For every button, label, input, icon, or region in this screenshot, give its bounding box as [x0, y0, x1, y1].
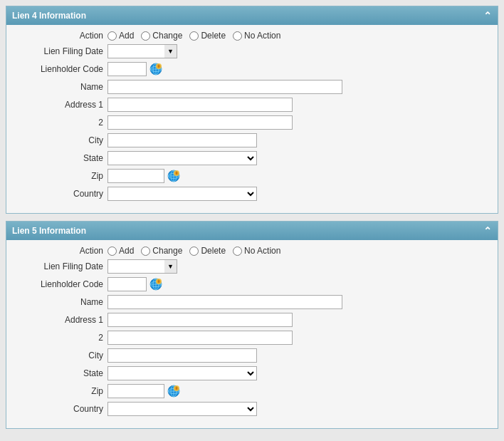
lien5-section: Lien 5 Information ⌃ Action Add Change D… [6, 221, 498, 429]
lien5-radio-noaction-input[interactable] [233, 247, 242, 256]
lien4-address2-label: 2 [15, 118, 107, 128]
lien5-radio-change-label: Change [152, 246, 182, 256]
lien4-radio-noaction-input[interactable] [233, 31, 242, 41]
lien5-action-label: Action [15, 246, 107, 256]
lien4-radio-group: Add Change Delete No Action [107, 31, 280, 41]
lien5-zip-input[interactable] [107, 384, 164, 398]
lien4-filing-date-btn[interactable]: ▼ [164, 44, 177, 58]
lien5-filing-date-input[interactable] [107, 259, 164, 274]
lien5-header: Lien 5 Information ⌃ [6, 222, 498, 240]
lien4-address2-input[interactable] [107, 115, 293, 130]
lien5-radio-add-input[interactable] [107, 247, 117, 256]
lien4-state-select[interactable] [107, 151, 257, 165]
lien4-country-label: Country [15, 189, 107, 199]
lien5-globe-icon[interactable] [149, 278, 162, 291]
lien4-radio-delete-label: Delete [201, 31, 226, 41]
lien5-collapse-icon[interactable]: ⌃ [483, 225, 492, 237]
lien5-zip-globe-icon[interactable] [167, 385, 180, 398]
lien5-name-input[interactable] [107, 295, 342, 309]
lien5-lienholder-code-row: Lienholder Code [15, 277, 489, 291]
lien5-address2-row: 2 [15, 331, 489, 345]
lien4-city-label: City [15, 135, 107, 145]
lien5-zip-row: Zip [15, 384, 489, 398]
lien4-zip-input[interactable] [107, 169, 164, 183]
lien4-country-row: Country [15, 187, 489, 201]
lien4-zip-row: Zip [15, 169, 489, 183]
lien5-state-select[interactable] [107, 366, 257, 380]
lien5-city-row: City [15, 348, 489, 363]
lien4-radio-add-input[interactable] [107, 31, 117, 41]
lien4-title: Lien 4 Information [12, 11, 86, 21]
lien5-body: Action Add Change Delete No Action [6, 240, 498, 428]
lien4-header: Lien 4 Information ⌃ [6, 6, 498, 25]
lien4-radio-delete[interactable]: Delete [189, 31, 226, 41]
lien5-city-input[interactable] [107, 348, 257, 363]
lien5-country-label: Country [15, 404, 107, 414]
lien4-body: Action Add Change Delete No Action [6, 25, 498, 213]
lien5-address2-label: 2 [15, 333, 107, 343]
lien5-lienholder-code-label: Lienholder Code [15, 279, 107, 289]
lien5-radio-change[interactable]: Change [141, 246, 182, 256]
lien4-filing-date-label: Lien Filing Date [15, 46, 107, 56]
lien4-lienholder-code-input[interactable] [107, 62, 147, 76]
lien4-action-label: Action [15, 31, 107, 41]
lien4-filing-date-row: Lien Filing Date ▼ [15, 44, 489, 58]
lien4-lienholder-code-row: Lienholder Code [15, 62, 489, 76]
lien4-radio-change[interactable]: Change [141, 31, 182, 41]
lien5-radio-noaction-label: No Action [244, 246, 280, 256]
lien5-zip-label: Zip [15, 386, 107, 396]
lien4-city-input[interactable] [107, 133, 257, 147]
lien5-country-row: Country [15, 402, 489, 416]
lien5-radio-noaction[interactable]: No Action [233, 246, 280, 256]
lien4-address1-input[interactable] [107, 98, 293, 112]
lien5-filing-date-row: Lien Filing Date ▼ [15, 259, 489, 274]
lien5-name-label: Name [15, 297, 107, 307]
lien5-filing-date-btn[interactable]: ▼ [164, 259, 177, 274]
lien4-radio-add[interactable]: Add [107, 31, 134, 41]
lien5-address1-input[interactable] [107, 313, 293, 327]
lien4-radio-noaction-label: No Action [244, 31, 280, 41]
lien4-country-select[interactable] [107, 187, 257, 201]
lien4-address1-row: Address 1 [15, 98, 489, 112]
lien5-address1-label: Address 1 [15, 315, 107, 325]
lien5-address2-input[interactable] [107, 331, 293, 345]
lien4-globe-icon[interactable] [149, 63, 162, 76]
lien4-radio-change-label: Change [152, 31, 182, 41]
lien5-country-select[interactable] [107, 402, 257, 416]
lien4-radio-noaction[interactable]: No Action [233, 31, 280, 41]
lien5-radio-delete-input[interactable] [189, 247, 199, 256]
lien4-name-row: Name [15, 80, 489, 94]
lien4-state-label: State [15, 153, 107, 163]
lien5-address1-row: Address 1 [15, 313, 489, 327]
lien5-radio-delete[interactable]: Delete [189, 246, 226, 256]
lien5-title: Lien 5 Information [12, 226, 86, 236]
lien4-action-row: Action Add Change Delete No Action [15, 31, 489, 41]
lien4-radio-add-label: Add [119, 31, 134, 41]
lien4-name-input[interactable] [107, 80, 342, 94]
lien5-radio-add[interactable]: Add [107, 246, 134, 256]
lien5-city-label: City [15, 351, 107, 360]
lien4-filing-date-input[interactable] [107, 44, 164, 58]
lien4-address1-label: Address 1 [15, 100, 107, 110]
lien5-radio-change-input[interactable] [141, 247, 150, 256]
lien5-radio-delete-label: Delete [201, 246, 226, 256]
lien4-section: Lien 4 Information ⌃ Action Add Change D… [6, 6, 498, 214]
lien4-lienholder-code-label: Lienholder Code [15, 64, 107, 74]
lien5-lienholder-code-input[interactable] [107, 277, 147, 291]
lien4-filing-date-wrapper: ▼ [107, 44, 177, 58]
lien5-radio-group: Add Change Delete No Action [107, 246, 280, 256]
lien5-action-row: Action Add Change Delete No Action [15, 246, 489, 256]
lien5-name-row: Name [15, 295, 489, 309]
lien5-state-row: State [15, 366, 489, 380]
lien4-radio-delete-input[interactable] [189, 31, 199, 41]
lien4-address2-row: 2 [15, 115, 489, 130]
lien4-state-row: State [15, 151, 489, 165]
lien5-state-label: State [15, 368, 107, 378]
lien5-filing-date-label: Lien Filing Date [15, 261, 107, 271]
lien4-name-label: Name [15, 82, 107, 92]
lien5-filing-date-wrapper: ▼ [107, 259, 177, 274]
lien4-zip-globe-icon[interactable] [167, 170, 180, 182]
lien4-collapse-icon[interactable]: ⌃ [483, 10, 492, 21]
lien4-radio-change-input[interactable] [141, 31, 150, 41]
lien4-city-row: City [15, 133, 489, 147]
